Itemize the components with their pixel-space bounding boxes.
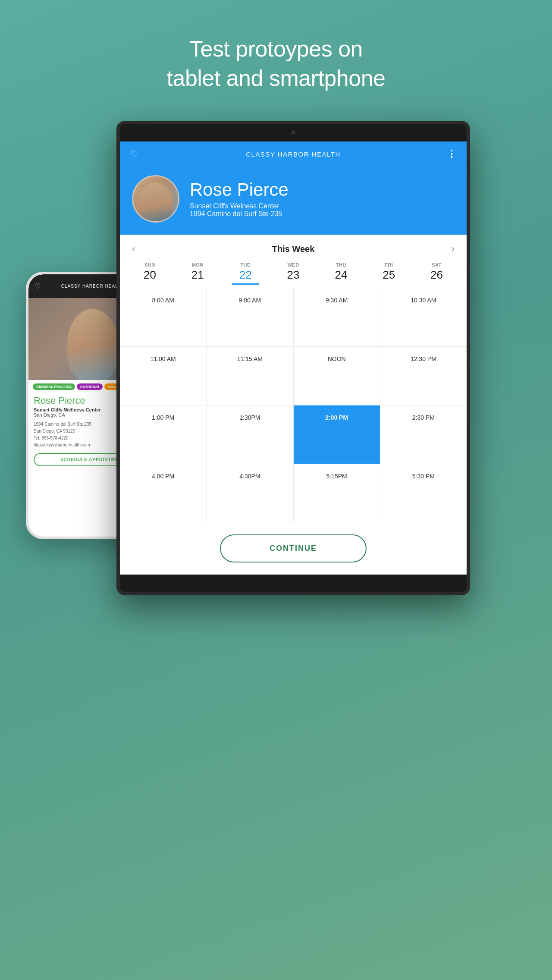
avatar-face — [138, 182, 173, 221]
time-slot-14[interactable]: 5:15PM — [294, 464, 380, 522]
tablet-profile: Rose Pierce Sunset Cliffs Welness Center… — [120, 166, 467, 235]
time-slot-11[interactable]: 2:30 PM — [380, 405, 467, 464]
time-slot-2[interactable]: 9:30 AM — [294, 288, 380, 346]
devices-container: ♡ CLASSY HARBOR HEALTH GENERAL PRACTICE … — [0, 121, 552, 940]
time-slot-8[interactable]: 1:00 PM — [120, 405, 206, 464]
tablet-topbar: ♡ CLASSY HARBOR HEALTH ⋮ — [120, 141, 467, 166]
next-week-button[interactable]: › — [452, 243, 455, 254]
phone-heart-icon[interactable]: ♡ — [34, 282, 41, 290]
time-slot-13[interactable]: 4:30PM — [207, 464, 293, 522]
tablet-heart-icon[interactable]: ♡ — [130, 149, 138, 159]
tablet-menu-icon[interactable]: ⋮ — [447, 149, 456, 159]
tablet-doctor-name: Rose Pierce — [190, 180, 289, 200]
time-slot-10[interactable]: 2:00 PM — [294, 405, 380, 464]
day-fri[interactable]: FRI 25 — [366, 261, 412, 288]
day-mon[interactable]: MON 21 — [175, 261, 221, 288]
tag-general-practice: GENERAL PRACTICE — [33, 383, 75, 390]
tablet-device: ♡ CLASSY HARBOR HEALTH ⋮ Rose Pierce Sun… — [116, 121, 470, 595]
tablet-clinic-name: Sunset Cliffs Welness Center — [190, 202, 289, 210]
calendar-nav: ‹ This Week › — [120, 235, 467, 261]
day-sat[interactable]: SAT 26 — [414, 261, 460, 288]
tablet-screen: ♡ CLASSY HARBOR HEALTH ⋮ Rose Pierce Sun… — [120, 141, 467, 575]
continue-button[interactable]: CONTINUE — [220, 534, 367, 562]
time-slot-7[interactable]: 12:30 PM — [380, 347, 467, 405]
day-wed[interactable]: WED 23 — [270, 261, 317, 288]
time-slot-1[interactable]: 9:00 AM — [207, 288, 293, 346]
continue-area: CONTINUE — [120, 522, 467, 575]
tablet-avatar — [132, 175, 179, 223]
tablet-address: 1994 Camino del Surf Ste 235 — [190, 210, 289, 218]
tablet-calendar: ‹ This Week › SUN 20 MON 21 TUE — [120, 235, 467, 575]
time-slots-grid: 8:00 AM 9:00 AM 9:30 AM 10:30 AM 11:00 A… — [120, 288, 467, 522]
time-slot-15[interactable]: 5:30 PM — [380, 464, 467, 522]
day-tue[interactable]: TUE 22 — [223, 261, 269, 288]
time-slot-5[interactable]: 11:15 AM — [207, 347, 293, 405]
week-label: This Week — [272, 244, 315, 254]
active-day-indicator — [232, 283, 259, 285]
time-slot-12[interactable]: 4:00 PM — [120, 464, 206, 522]
phone-header-title: CLASSY HARBOR HEALTH — [61, 284, 124, 289]
face-silhouette — [67, 309, 119, 380]
tablet-doctor-info: Rose Pierce Sunset Cliffs Welness Center… — [190, 180, 289, 218]
time-slot-9[interactable]: 1:30PM — [207, 405, 293, 464]
time-slot-6[interactable]: NOON — [294, 347, 380, 405]
day-thu[interactable]: THU 24 — [318, 261, 364, 288]
day-sun[interactable]: SUN 20 — [127, 261, 173, 288]
tablet-header-title: CLASSY HARBOR HEALTH — [246, 151, 341, 158]
time-slot-3[interactable]: 10:30 AM — [380, 288, 467, 346]
page-title: Test protoypes on tablet and smartphone — [0, 0, 552, 93]
calendar-days-header: SUN 20 MON 21 TUE 22 WED 23 — [120, 261, 467, 288]
time-slot-4[interactable]: 11:00 AM — [120, 347, 206, 405]
time-slot-0[interactable]: 8:00 AM — [120, 288, 206, 346]
tablet-camera — [291, 130, 295, 135]
prev-week-button[interactable]: ‹ — [132, 243, 135, 254]
tag-nutrition: NUTRITION — [77, 383, 103, 390]
